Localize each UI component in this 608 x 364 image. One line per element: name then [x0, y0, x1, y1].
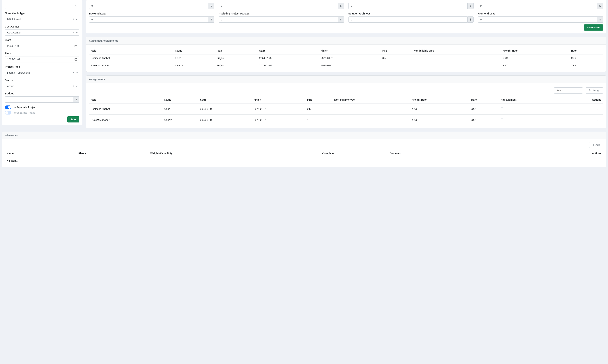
calculated-assignments-header: Calculated Assignments	[86, 37, 606, 44]
milestones-header: Milestones	[2, 132, 606, 139]
non-billable-type-select[interactable]	[5, 16, 79, 22]
cell-role: Project Manager	[89, 62, 174, 69]
col-nb: Non-billable type	[412, 47, 501, 54]
add-label: Add	[595, 143, 600, 146]
separate-project-label: Is Separate Project	[13, 106, 36, 109]
replacement-checkbox[interactable]	[501, 107, 503, 110]
assignments-table: Role Name Start Finish FTE Non-billable …	[89, 96, 603, 125]
table-row: Business Analyst User 1 2024-01-02 2025-…	[89, 104, 603, 115]
plus-icon	[592, 144, 595, 146]
start-date-input[interactable]	[5, 43, 79, 49]
cell-rate: XXX	[569, 62, 603, 69]
rate-input-backend-lead[interactable]	[89, 16, 208, 23]
add-milestone-button[interactable]: Add	[589, 142, 603, 148]
separate-project-toggle[interactable]	[5, 105, 11, 109]
cell-freight: XXX	[501, 62, 569, 69]
cell-rate: XXX	[469, 115, 499, 126]
currency-suffix: $	[208, 16, 214, 23]
cell-freight: XXX	[410, 104, 469, 115]
cell-nb	[412, 62, 501, 69]
col-name: Name	[174, 47, 215, 54]
rate-input[interactable]	[348, 3, 467, 9]
cell-path: Project	[215, 54, 258, 62]
cost-center-select[interactable]	[5, 29, 79, 36]
clear-icon[interactable]: ×	[73, 18, 75, 21]
search-input[interactable]	[554, 87, 583, 93]
no-data-message: No data...	[5, 157, 603, 165]
unnamed-select[interactable]	[5, 3, 79, 9]
clear-icon[interactable]: ×	[73, 31, 75, 34]
table-row: Project Manager User 2 2024-01-02 2025-0…	[89, 115, 603, 126]
cell-start: 2024-01-02	[198, 104, 252, 115]
col-nb: Non-billable type	[332, 96, 410, 104]
chevron-down-icon[interactable]	[76, 31, 78, 34]
cell-name: User 1	[163, 104, 198, 115]
rate-input-solution-architect[interactable]	[348, 16, 467, 23]
user-plus-icon	[589, 89, 591, 92]
start-label: Start	[5, 39, 79, 41]
rate-input[interactable]	[89, 3, 208, 9]
save-button[interactable]: Save	[67, 116, 79, 122]
chevron-down-icon[interactable]	[76, 72, 78, 74]
budget-input[interactable]	[5, 96, 73, 103]
cell-start: 2024-01-02	[198, 115, 252, 126]
cell-name: User 2	[174, 62, 215, 69]
project-type-label: Project Type	[5, 65, 79, 68]
col-weight: Weight (Default 5)	[148, 150, 268, 157]
finish-date-input[interactable]	[5, 56, 79, 62]
currency-suffix: $	[597, 3, 603, 9]
col-rate: Rate	[469, 96, 499, 104]
project-type-select[interactable]	[5, 70, 79, 76]
pencil-icon	[597, 119, 599, 121]
col-actions: Actions	[507, 150, 603, 157]
rate-input[interactable]	[219, 3, 338, 9]
cell-name: User 1	[174, 54, 215, 62]
pencil-icon	[597, 108, 599, 110]
col-finish: Finish	[252, 96, 305, 104]
cell-replacement	[499, 115, 561, 126]
clear-icon[interactable]: ×	[73, 84, 75, 88]
currency-suffix: $	[338, 16, 344, 23]
currency-suffix: $	[467, 16, 474, 23]
non-billable-type-label: Non-billable type	[5, 12, 79, 15]
budget-label: Budget	[5, 92, 79, 95]
clear-icon[interactable]: ×	[73, 71, 75, 74]
svg-rect-4	[75, 58, 77, 60]
edit-button[interactable]	[595, 106, 601, 112]
cell-name: User 2	[163, 115, 198, 126]
rates-grid: $ $ $	[89, 3, 603, 23]
col-fte: FTE	[305, 96, 332, 104]
col-start: Start	[258, 47, 319, 54]
cell-fte: 1	[381, 62, 412, 69]
col-name: Name	[5, 150, 77, 157]
save-rates-button[interactable]: Save Rates	[584, 25, 603, 31]
col-name: Name	[163, 96, 198, 104]
calculated-assignments-table: Role Name Path Start Finish FTE Non-bill…	[89, 47, 603, 69]
assign-button[interactable]: Assign	[586, 87, 603, 93]
replacement-checkbox[interactable]	[501, 118, 503, 121]
currency-suffix: $	[467, 3, 474, 9]
separate-phase-toggle[interactable]	[5, 111, 11, 115]
chevron-down-icon[interactable]	[76, 18, 78, 20]
calendar-icon[interactable]	[75, 58, 77, 61]
cell-start: 2024-01-02	[258, 62, 319, 69]
cell-role: Business Analyst	[89, 104, 163, 115]
table-row: Business Analyst User 1 Project 2024-01-…	[89, 54, 603, 62]
table-row: Project Manager User 2 Project 2024-01-0…	[89, 62, 603, 69]
cell-role: Project Manager	[89, 115, 163, 126]
calendar-icon[interactable]	[75, 45, 77, 47]
rate-label: Backend Lead	[89, 12, 214, 15]
assignments-header: Assignments	[86, 76, 606, 83]
chevron-down-icon[interactable]	[76, 85, 78, 87]
col-fte: FTE	[381, 47, 412, 54]
cell-finish: 2025-01-01	[252, 115, 305, 126]
cell-fte: 1	[305, 115, 332, 126]
status-select[interactable]	[5, 83, 79, 89]
rate-input-frontend-lead[interactable]	[478, 16, 597, 23]
col-path: Path	[215, 47, 258, 54]
edit-button[interactable]	[595, 117, 601, 123]
cell-freight: XXX	[501, 54, 569, 62]
rate-input-assisting-pm[interactable]	[219, 16, 338, 23]
currency-suffix: $	[597, 16, 603, 23]
rate-input[interactable]	[478, 3, 597, 9]
